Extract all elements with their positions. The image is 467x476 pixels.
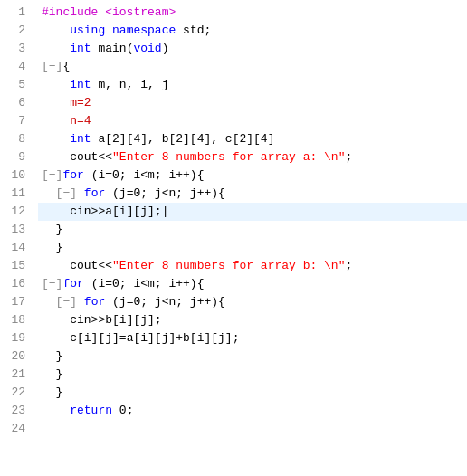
code-line[interactable]: cout<<"Enter 8 numbers for array a: \n"; — [38, 148, 467, 167]
code-line[interactable]: [−]for (i=0; i<m; i++){ — [38, 167, 467, 185]
code-line[interactable]: int main(void) — [38, 40, 467, 58]
line-number: 2 — [0, 22, 33, 40]
code-area: 123456789101112131415161718192021222324 … — [0, 0, 467, 476]
code-line[interactable]: } — [38, 366, 467, 384]
editor: 123456789101112131415161718192021222324 … — [0, 0, 467, 476]
line-number: 23 — [0, 402, 33, 420]
code-line[interactable]: } — [38, 384, 467, 402]
line-number: 19 — [0, 329, 33, 347]
line-numbers: 123456789101112131415161718192021222324 — [0, 0, 33, 476]
line-number: 16 — [0, 275, 33, 293]
line-number: 14 — [0, 239, 33, 257]
line-number: 13 — [0, 221, 33, 239]
line-number: 6 — [0, 94, 33, 112]
line-number: 7 — [0, 112, 33, 130]
line-number: 22 — [0, 384, 33, 402]
code-line[interactable]: #include <iostream> — [38, 4, 467, 22]
code-line[interactable]: cin>>a[i][j];| — [38, 203, 467, 221]
code-line[interactable]: int m, n, i, j — [38, 76, 467, 94]
line-number: 17 — [0, 293, 33, 311]
code-line[interactable]: cin>>b[i][j]; — [38, 311, 467, 329]
code-line[interactable]: } — [38, 239, 467, 257]
line-number: 15 — [0, 257, 33, 275]
code-line[interactable]: [−]for (i=0; i<m; i++){ — [38, 275, 467, 293]
line-number: 8 — [0, 130, 33, 148]
line-number: 24 — [0, 420, 33, 438]
line-number: 18 — [0, 311, 33, 329]
line-number: 21 — [0, 366, 33, 384]
line-number: 9 — [0, 148, 33, 167]
code-line[interactable]: return 0; — [38, 402, 467, 420]
code-line[interactable]: } — [38, 347, 467, 366]
line-number: 10 — [0, 167, 33, 185]
line-number: 5 — [0, 76, 33, 94]
line-number: 12 — [0, 203, 33, 221]
line-number: 4 — [0, 58, 33, 76]
code-line[interactable]: n=4 — [38, 112, 467, 130]
code-line[interactable] — [38, 420, 467, 438]
code-line[interactable]: m=2 — [38, 94, 467, 112]
code-line[interactable]: c[i][j]=a[i][j]+b[i][j]; — [38, 329, 467, 347]
line-number: 20 — [0, 347, 33, 366]
code-line[interactable]: cout<<"Enter 8 numbers for array b: \n"; — [38, 257, 467, 275]
code-line[interactable]: } — [38, 221, 467, 239]
code-line[interactable]: [−]{ — [38, 58, 467, 76]
code-line[interactable]: [−] for (j=0; j<n; j++){ — [38, 293, 467, 311]
line-number: 11 — [0, 185, 33, 203]
code-line[interactable]: [−] for (j=0; j<n; j++){ — [38, 185, 467, 203]
code-line[interactable]: using namespace std; — [38, 22, 467, 40]
line-number: 3 — [0, 40, 33, 58]
code-lines[interactable]: #include <iostream> using namespace std;… — [38, 0, 467, 476]
code-line[interactable]: int a[2][4], b[2][4], c[2][4] — [38, 130, 467, 148]
line-number: 1 — [0, 4, 33, 22]
